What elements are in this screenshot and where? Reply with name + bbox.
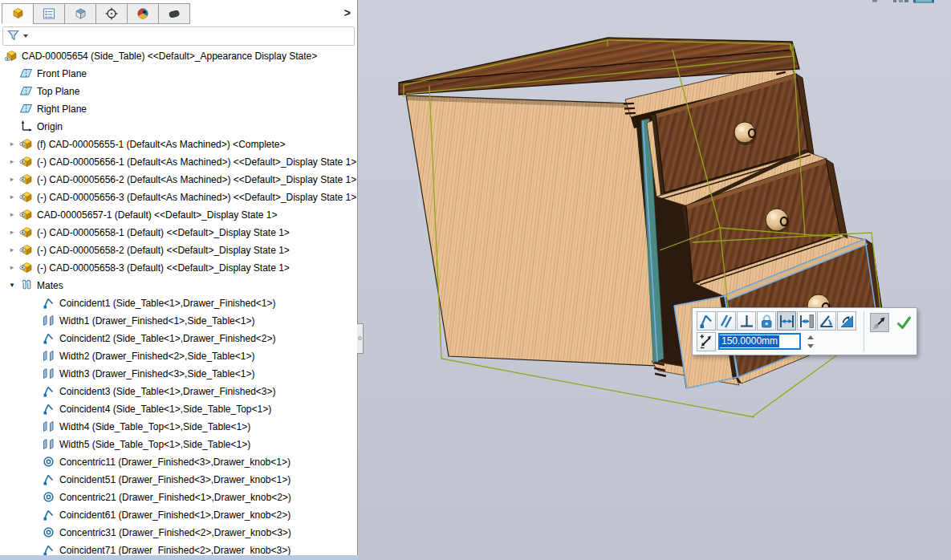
tree-item[interactable]: Origin [0, 117, 356, 135]
part-icon [19, 225, 33, 239]
spin-up-icon[interactable] [807, 335, 814, 339]
expand-arrow-icon[interactable]: ▸ [5, 210, 19, 218]
tree-item[interactable]: Width1 (Drawer_Finished<1>,Side_Table<1>… [0, 311, 356, 329]
limit-angle-icon [838, 312, 855, 330]
flip-dimension-button[interactable] [870, 313, 889, 332]
dimxpertmanager-tab[interactable] [96, 3, 128, 24]
modify-dimension-button[interactable] [697, 332, 716, 351]
tree-item[interactable]: ▸ (-) CAD-00005656-2 (Default<As Machine… [0, 170, 356, 188]
drawer-knob[interactable] [766, 209, 789, 233]
expand-arrow-icon[interactable]: ▸ [5, 140, 19, 148]
parallel-icon [717, 312, 735, 330]
spin-down-icon[interactable] [807, 344, 814, 348]
filter-funnel-icon [6, 28, 21, 42]
cam-icon [167, 6, 181, 21]
width-mate-icon [42, 420, 55, 433]
width-mate-icon [42, 349, 55, 363]
tree-filter-input[interactable] [2, 26, 355, 46]
tree-item[interactable]: ▸ (f) CAD-00005655-1 (Default<As Machine… [0, 135, 356, 152]
tree-item[interactable]: ▾ Mates [0, 276, 356, 294]
tree-item-label: Width5 (Side_Table_Top<1>,Side_Table<1>) [59, 438, 250, 450]
tree-item[interactable]: ▸ (-) CAD-00005658-3 (Default) <<Default… [0, 258, 356, 276]
tree-horizontal-scrollbar[interactable] [0, 555, 358, 560]
graphics-viewport[interactable] [358, 0, 951, 560]
coincident-mate-icon [42, 543, 55, 556]
tree-item-label: (-) CAD-00005658-1 (Default) <<Default>_… [37, 226, 290, 238]
angle-mate-button[interactable] [817, 311, 836, 331]
tree-item-label: Width4 (Side_Table_Top<1>,Side_Table<1>) [59, 420, 250, 432]
plane-icon [19, 102, 33, 116]
coincident-icon [697, 312, 715, 330]
drawer-knob[interactable] [734, 122, 756, 145]
perpendicular-mate-button[interactable] [737, 311, 756, 331]
tree-item[interactable]: Coincident51 (Drawer_Finished<3>,Drawer_… [0, 470, 356, 488]
assembly-icon [4, 49, 18, 63]
concentric-mate-icon [42, 526, 55, 539]
tree-item[interactable]: Width2 (Drawer_Finished<2>,Side_Table<1>… [0, 347, 356, 364]
expand-arrow-icon[interactable]: ▸ [5, 228, 19, 236]
part-icon [19, 172, 33, 186]
featuremanager-panel: > CAD-00005654 (Side_Table) <<Default>_A… [0, 0, 358, 560]
tree-item[interactable]: ▸ (-) CAD-00005658-1 (Default) <<Default… [0, 223, 356, 241]
coincident-mate-icon [42, 296, 55, 310]
propertymanager-tab[interactable] [33, 3, 65, 24]
tree-item[interactable]: Coincident61 (Drawer_Finished<1>,Drawer_… [0, 505, 356, 523]
tree-item-label: Width3 (Drawer_Finished<3>,Side_Table<1>… [59, 367, 254, 379]
displaymanager-tab[interactable] [127, 3, 159, 24]
panel-splitter-handle[interactable] [357, 323, 364, 354]
coincident-mate-button[interactable] [697, 311, 716, 331]
part-icon [19, 155, 33, 168]
dropdown-caret-icon[interactable] [23, 34, 28, 38]
filter-funnel-icon[interactable] [6, 28, 21, 45]
panel-tab-bar: > [0, 0, 357, 25]
tree-item[interactable]: ▸ CAD-00005657-1 (Default) <<Default>_Di… [0, 205, 356, 223]
tree-item-label: Concentric11 (Drawer_Finished<3>,Drawer_… [59, 456, 291, 468]
distance-value-input[interactable]: 150.0000mm [718, 333, 801, 350]
featuremanager-tab[interactable] [2, 3, 34, 24]
tree-item-label: Coincident4 (Side_Table<1>,Side_Table_To… [59, 403, 271, 415]
limit-distance-mate-button[interactable] [797, 311, 816, 331]
limit-angle-mate-button[interactable] [837, 311, 856, 331]
displaymanager-icon [136, 6, 150, 21]
expand-arrow-icon[interactable]: ▸ [5, 263, 19, 271]
tree-item[interactable]: CAD-00005654 (Side_Table) <<Default>_App… [0, 47, 356, 64]
tree-item[interactable]: Width5 (Side_Table_Top<1>,Side_Table<1>) [0, 435, 356, 452]
tree-item[interactable]: Coincident4 (Side_Table<1>,Side_Table_To… [0, 400, 356, 417]
parallel-mate-button[interactable] [717, 311, 736, 331]
expand-arrow-icon[interactable]: ▸ [5, 157, 19, 165]
tree-item[interactable]: Concentric11 (Drawer_Finished<3>,Drawer_… [0, 452, 356, 470]
cam-tab[interactable] [158, 3, 190, 24]
accept-mate-button[interactable] [894, 313, 913, 332]
tree-item-label: Origin [37, 120, 63, 132]
tree-item[interactable]: Concentric31 (Drawer_Finished<2>,Drawer_… [0, 523, 356, 541]
tree-item[interactable]: ▸ (-) CAD-00005656-1 (Default<As Machine… [0, 152, 356, 170]
tree-item[interactable]: Right Plane [0, 99, 356, 117]
expand-arrow-icon[interactable]: ▸ [5, 246, 19, 254]
tree-item[interactable]: Coincident71 (Drawer_Finished<2>,Drawer_… [0, 541, 356, 555]
lock-mate-button[interactable] [757, 311, 776, 331]
tree-item-label: (f) CAD-00005655-1 (Default<As Machined>… [37, 138, 286, 150]
distance-spinner[interactable] [806, 334, 815, 350]
tree-item-label: Coincident3 (Side_Table<1>,Drawer_Finish… [59, 385, 276, 397]
tree-item[interactable]: Front Plane [0, 64, 356, 82]
tree-item[interactable]: ▸ (-) CAD-00005656-3 (Default<As Machine… [0, 188, 356, 205]
tree-item[interactable]: Concentric21 (Drawer_Finished<1>,Drawer_… [0, 488, 356, 505]
tree-item[interactable]: Width4 (Side_Table_Top<1>,Side_Table<1>) [0, 417, 356, 435]
tree-item[interactable]: ▸ (-) CAD-00005658-2 (Default) <<Default… [0, 241, 356, 258]
lock-icon [758, 312, 775, 330]
configurationmanager-tab[interactable] [64, 3, 96, 24]
coincident-mate-icon [42, 384, 55, 398]
collapse-arrow-icon[interactable]: ▾ [5, 281, 19, 289]
tree-item[interactable]: Width3 (Drawer_Finished<3>,Side_Table<1>… [0, 364, 356, 382]
tree-item[interactable]: Coincident2 (Side_Table<1>,Drawer_Finish… [0, 329, 356, 347]
panel-overflow-chevron-icon[interactable]: > [344, 6, 351, 19]
tree-item[interactable]: Coincident3 (Side_Table<1>,Drawer_Finish… [0, 382, 356, 400]
configurationmanager-icon [73, 6, 87, 21]
tree-item[interactable]: Coincident1 (Side_Table<1>,Drawer_Finish… [0, 294, 356, 311]
tree-item[interactable]: Top Plane [0, 82, 356, 99]
expand-arrow-icon[interactable]: ▸ [5, 175, 19, 183]
distance-mate-button[interactable] [777, 311, 796, 331]
flip-dimension-icon [871, 314, 888, 331]
expand-arrow-icon[interactable]: ▸ [5, 193, 19, 201]
feature-tree: CAD-00005654 (Side_Table) <<Default>_App… [0, 47, 356, 555]
